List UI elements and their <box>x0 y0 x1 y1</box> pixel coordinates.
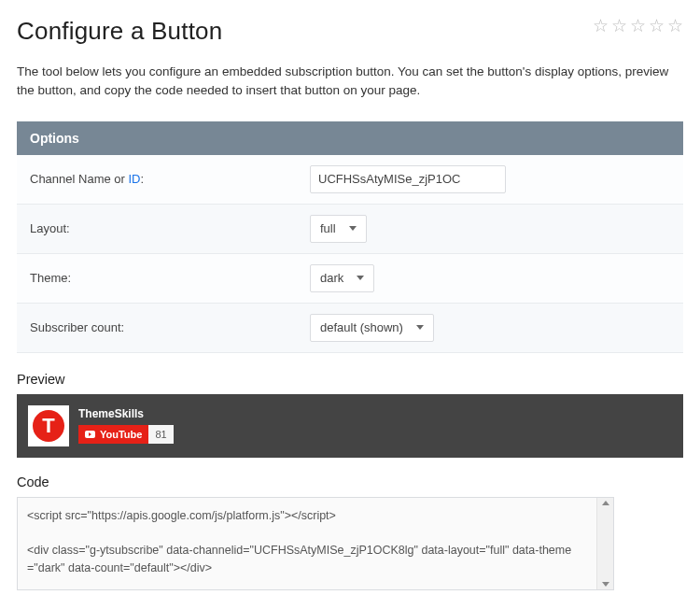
options-panel: Options Channel Name or ID: Layout: full… <box>17 121 683 353</box>
code-title: Code <box>17 475 683 489</box>
star-icon[interactable]: ☆ <box>611 17 627 35</box>
star-icon[interactable]: ☆ <box>630 17 646 35</box>
scroll-down-icon[interactable] <box>602 582 609 587</box>
layout-value: full <box>320 221 336 235</box>
star-icon[interactable]: ☆ <box>667 17 683 35</box>
page-title: Configure a Button <box>17 17 222 46</box>
subscriber-count-badge: 81 <box>148 425 173 444</box>
option-row-layout: Layout: full <box>17 205 683 254</box>
youtube-subscribe-widget: YouTube 81 <box>78 425 174 444</box>
intro-text: The tool below lets you configure an emb… <box>17 63 683 101</box>
chevron-down-icon <box>349 226 357 231</box>
option-row-channel: Channel Name or ID: <box>17 155 683 205</box>
scrollbar[interactable] <box>596 498 613 589</box>
theme-select[interactable]: dark <box>310 264 374 292</box>
channel-label-prefix: Channel Name or <box>30 172 129 186</box>
youtube-play-icon <box>85 431 95 438</box>
channel-info: ThemeSkills YouTube 81 <box>78 407 174 444</box>
channel-logo-letter: T <box>33 410 64 442</box>
subcount-label: Subscriber count: <box>30 320 310 334</box>
option-row-subcount: Subscriber count: default (shown) <box>17 304 683 353</box>
code-textarea[interactable]: <script src="https://apis.google.com/js/… <box>18 498 596 589</box>
star-icon[interactable]: ☆ <box>593 17 609 35</box>
rating-stars[interactable]: ☆ ☆ ☆ ☆ ☆ <box>593 17 683 35</box>
star-icon[interactable]: ☆ <box>649 17 665 35</box>
code-block: <script src="https://apis.google.com/js/… <box>17 497 614 590</box>
preview-panel: T ThemeSkills YouTube 81 <box>17 394 683 458</box>
scroll-up-icon[interactable] <box>602 501 609 505</box>
options-header: Options <box>17 121 683 155</box>
preview-title: Preview <box>17 372 683 387</box>
subcount-value: default (shown) <box>320 320 403 334</box>
channel-input[interactable] <box>310 165 506 193</box>
theme-label: Theme: <box>30 271 310 285</box>
channel-label-suffix: : <box>141 172 145 186</box>
theme-value: dark <box>320 271 343 285</box>
subcount-select[interactable]: default (shown) <box>310 314 434 342</box>
layout-label: Layout: <box>30 221 310 235</box>
channel-id-link[interactable]: ID <box>129 172 141 186</box>
chevron-down-icon <box>357 276 364 280</box>
option-row-theme: Theme: dark <box>17 254 683 304</box>
youtube-button-text: YouTube <box>100 429 142 440</box>
layout-select[interactable]: full <box>310 215 367 243</box>
channel-name: ThemeSkills <box>78 407 174 420</box>
chevron-down-icon <box>416 325 424 330</box>
youtube-subscribe-button[interactable]: YouTube <box>78 425 148 444</box>
channel-logo: T <box>28 405 69 446</box>
channel-label: Channel Name or ID: <box>30 172 310 186</box>
